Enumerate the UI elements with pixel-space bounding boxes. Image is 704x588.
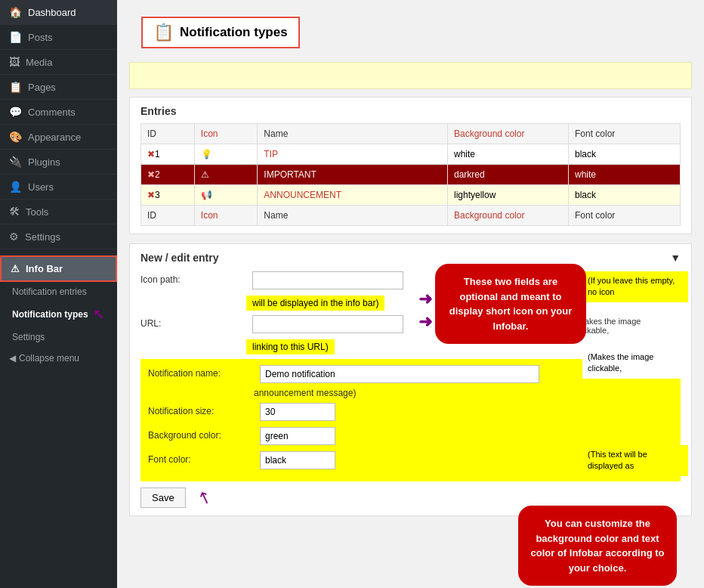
sidebar-item-infobar-settings[interactable]: Settings <box>0 327 117 347</box>
col-icon-header: Icon <box>194 124 257 144</box>
sidebar-item-label: Comments <box>28 107 76 118</box>
sidebar-item-label: Settings <box>25 231 60 243</box>
bg-color-row: Background color: <box>148 427 673 445</box>
notification-size-label: Notification size: <box>148 403 254 416</box>
sidebar-item-users[interactable]: 👤 Users <box>0 175 117 200</box>
sidebar-item-media[interactable]: 🖼 Media <box>0 50 117 75</box>
sidebar-item-appearance[interactable]: 🎨 Appearance <box>0 125 117 150</box>
save-row: Save ↖ <box>140 487 681 508</box>
yellow-ann-note: announcement message) <box>148 386 673 403</box>
row2-name: IMPORTANT <box>258 165 448 185</box>
row3-name: ANNOUNCEMENT <box>258 185 448 206</box>
table-row: ✖3 📢 ANNOUNCEMENT lightyellow black <box>141 185 681 206</box>
font-color-input[interactable] <box>260 451 335 469</box>
row1-icon: 💡 <box>194 144 257 165</box>
sidebar-item-dashboard[interactable]: 🏠 Dashboard <box>0 0 117 25</box>
posts-icon: 📄 <box>9 31 22 43</box>
bg-color-label: Background color: <box>148 427 254 441</box>
bg-color-input[interactable] <box>260 427 335 445</box>
sidebar-item-label: Tools <box>26 206 48 218</box>
red-bubble-2: You can customize the background color a… <box>518 506 677 586</box>
icon-path-label: Icon path: <box>140 271 246 285</box>
sidebar: 🏠 Dashboard 📄 Posts 🖼 Media 📋 Pages 💬 Co… <box>0 0 117 588</box>
row3-fg: black <box>569 185 681 206</box>
row3-name-link[interactable]: ANNOUNCEMENT <box>264 190 341 200</box>
collapse-menu-label: Collapse menu <box>19 353 79 364</box>
footer-col-bg: Background color <box>448 206 569 226</box>
collapse-menu-button[interactable]: ◀ Collapse menu <box>0 347 117 370</box>
infobar-warning-icon: ⚠ <box>11 263 20 274</box>
sidebar-item-posts[interactable]: 📄 Posts <box>0 25 117 50</box>
hint-box-url: (Makes the image clickable, <box>582 348 688 379</box>
infobar-settings-label: Settings <box>12 332 45 342</box>
url-input[interactable] <box>252 315 403 333</box>
notification-types-label: Notification types <box>12 309 88 320</box>
row3-id: ✖3 <box>141 185 195 206</box>
entries-section: Entries ID Icon Name Background color Fo… <box>129 97 692 234</box>
sidebar-item-label: Pages <box>28 82 56 93</box>
row2-icon: ⚠ <box>194 165 257 185</box>
row2-fg: white <box>569 165 681 185</box>
settings-icon: ⚙ <box>9 231 19 243</box>
appearance-icon: 🎨 <box>9 131 22 143</box>
sidebar-item-notification-types[interactable]: Notification types ↖ <box>0 302 117 327</box>
save-arrow: ↖ <box>195 486 215 509</box>
row2-id: ✖2 <box>141 165 195 185</box>
collapse-icon[interactable]: ▼ <box>670 252 681 264</box>
table-footer-row: ID Icon Name Background color Font color <box>141 206 681 226</box>
row2-name-link[interactable]: IMPORTANT <box>264 169 316 180</box>
sidebar-item-label: Users <box>28 181 54 193</box>
new-edit-section: New / edit entry ▼ Icon path: (If you le… <box>129 243 692 516</box>
row3-bg: lightyellow <box>448 185 569 206</box>
entries-table: ID Icon Name Background color Font color… <box>140 123 681 226</box>
footer-col-fg: Font color <box>569 206 681 226</box>
sidebar-item-tools[interactable]: 🛠 Tools <box>0 200 117 224</box>
page-title-bar: 📋 Notification types <box>141 17 300 48</box>
notification-entries-label: Notification entries <box>12 286 87 297</box>
new-edit-title: New / edit entry <box>140 252 218 264</box>
sidebar-item-label: Media <box>26 57 52 68</box>
sidebar-item-label: Plugins <box>28 156 60 168</box>
sidebar-item-settings[interactable]: ⚙ Settings <box>0 224 117 249</box>
comments-icon: 💬 <box>9 106 22 118</box>
yellow-hint-name: (This text will be displayed as <box>582 445 688 476</box>
collapse-chevron-icon: ◀ <box>9 353 16 364</box>
delete-icon-2[interactable]: ✖ <box>147 169 155 180</box>
row2-bg: darkred <box>448 165 569 185</box>
footer-col-name: Name <box>258 206 448 226</box>
page-title: Notification types <box>180 25 288 40</box>
row3-icon: 📢 <box>194 185 257 206</box>
notification-size-input[interactable] <box>260 403 335 421</box>
right-hints: (If you leave this empty, no icon (Makes… <box>582 271 688 379</box>
sidebar-item-pages[interactable]: 📋 Pages <box>0 75 117 100</box>
plugins-icon: 🔌 <box>9 156 22 168</box>
yellow-bar-note1: will be displayed in the info bar) <box>246 296 384 311</box>
icon-path-input[interactable] <box>252 271 403 289</box>
arrow-indicator: ↖ <box>93 306 104 323</box>
sidebar-item-plugins[interactable]: 🔌 Plugins <box>0 150 117 175</box>
row1-bg: white <box>448 144 569 165</box>
new-edit-header: New / edit entry ▼ <box>140 252 681 264</box>
row1-fg: black <box>569 144 681 165</box>
font-color-label: Font color: <box>148 451 254 465</box>
col-bg-header: Background color <box>448 124 569 144</box>
infobar-header[interactable]: ⚠ Info Bar <box>0 255 117 282</box>
table-row: ✖2 ⚠ IMPORTANT darkred white <box>141 165 681 185</box>
notification-name-input[interactable] <box>260 365 539 383</box>
row1-name-link[interactable]: TIP <box>264 149 278 159</box>
sidebar-item-label: Appearance <box>28 132 81 143</box>
delete-icon-1[interactable]: ✖ <box>147 149 155 159</box>
entries-section-title: Entries <box>140 105 681 117</box>
notification-size-row: Notification size: <box>148 403 673 421</box>
users-icon: 👤 <box>9 181 22 193</box>
row1-id: ✖1 <box>141 144 195 165</box>
yellow-bar-note2: linking to this URL) <box>246 339 335 354</box>
infobar-label: Info Bar <box>26 263 63 274</box>
sidebar-item-notification-entries[interactable]: Notification entries <box>0 282 117 302</box>
save-button[interactable]: Save <box>140 487 186 508</box>
delete-icon-3[interactable]: ✖ <box>147 190 155 200</box>
notification-name-label: Notification name: <box>148 365 254 379</box>
row1-name: TIP <box>258 144 448 165</box>
sidebar-item-comments[interactable]: 💬 Comments <box>0 100 117 125</box>
notice-bar <box>129 62 692 89</box>
